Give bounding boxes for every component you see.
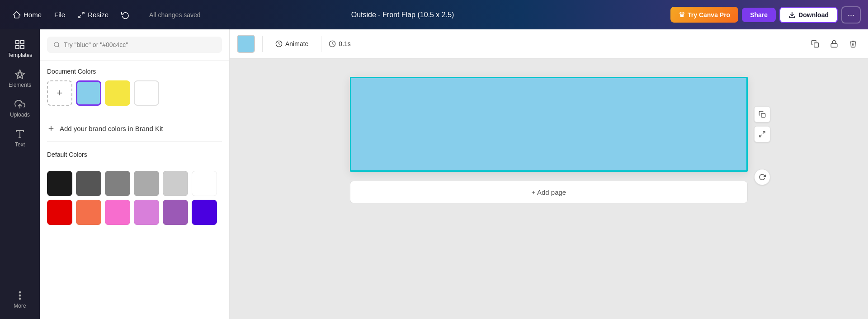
def-swatch-lavender[interactable] — [134, 200, 159, 225]
download-icon — [788, 11, 796, 19]
file-button[interactable]: File — [49, 7, 71, 22]
def-swatch-pink[interactable] — [105, 200, 130, 225]
document-colors-grid: + — [47, 80, 222, 106]
sidebar-item-templates[interactable]: Templates — [3, 35, 37, 63]
svg-rect-4 — [21, 41, 24, 44]
more-options-button[interactable]: ··· — [841, 6, 861, 23]
def-swatch-deeppurple[interactable] — [192, 200, 217, 225]
canvas-area: Animate 0.1s — [230, 29, 868, 319]
document-colors-section: Document Colors + — [40, 61, 229, 113]
topnav-center: Outside - Front Flap (10.5 x 2.5) — [138, 11, 667, 19]
def-swatch-darkgray[interactable] — [76, 171, 101, 196]
def-swatch-black[interactable] — [47, 171, 72, 196]
file-label: File — [54, 11, 65, 19]
svg-line-1 — [79, 15, 81, 18]
svg-marker-8 — [15, 70, 24, 79]
time-value: 0.1s — [339, 40, 350, 47]
topnav-left: Home File Resize All changes saved — [7, 7, 135, 23]
more-icon — [14, 290, 25, 301]
try-pro-button[interactable]: ♛ Try Canva Pro — [670, 7, 738, 23]
elements-icon — [14, 69, 25, 80]
canvas-scroll[interactable]: + Add page — [230, 59, 868, 319]
text-label: Text — [15, 141, 25, 148]
timer-icon — [329, 40, 336, 47]
plus-icon — [47, 124, 55, 132]
templates-label: Templates — [8, 52, 33, 58]
panel-search — [40, 29, 229, 61]
topnav-right: ♛ Try Canva Pro Share Download ··· — [670, 6, 861, 23]
search-box[interactable] — [47, 37, 222, 53]
def-swatch-white[interactable] — [192, 171, 217, 196]
download-button[interactable]: Download — [779, 7, 838, 23]
svg-point-12 — [19, 292, 21, 293]
refresh-canvas-button[interactable] — [754, 169, 770, 185]
svg-rect-21 — [814, 43, 819, 47]
svg-line-0 — [82, 12, 85, 14]
selected-color-preview[interactable] — [237, 35, 255, 53]
def-swatch-red[interactable] — [47, 200, 72, 225]
refresh-icon — [759, 174, 766, 181]
def-swatch-purple[interactable] — [163, 200, 188, 225]
svg-rect-23 — [761, 113, 765, 117]
uploads-icon — [14, 99, 25, 110]
undo-icon — [121, 11, 129, 19]
add-color-button[interactable]: + — [47, 80, 72, 106]
def-swatch-medgray[interactable] — [134, 171, 159, 196]
expand-icon — [759, 131, 766, 138]
duplicate-canvas-button[interactable] — [754, 106, 770, 122]
canvas-page-wrapper — [350, 77, 748, 172]
def-swatch-lightgray[interactable] — [163, 171, 188, 196]
default-colors-title: Default Colors — [47, 151, 222, 158]
animate-label: Animate — [285, 40, 308, 47]
svg-rect-3 — [16, 41, 19, 44]
duplicate-icon — [759, 111, 766, 118]
def-swatch-gray[interactable] — [105, 171, 130, 196]
svg-line-16 — [58, 46, 59, 47]
sidebar-item-text[interactable]: Text — [3, 124, 37, 152]
secondary-toolbar: Animate 0.1s — [230, 29, 868, 59]
animate-button[interactable]: Animate — [270, 37, 314, 51]
color-swatch-white[interactable] — [134, 80, 159, 106]
share-button[interactable]: Share — [742, 8, 776, 22]
sidebar-item-uploads[interactable]: Uploads — [3, 94, 37, 122]
uploads-label: Uploads — [10, 112, 30, 118]
expand-canvas-button[interactable] — [754, 126, 770, 142]
copy-style-button[interactable] — [807, 36, 823, 52]
svg-line-25 — [760, 135, 762, 137]
default-colors-section: Default Colors — [40, 144, 229, 171]
time-display: 0.1s — [329, 40, 350, 47]
color-swatch-blue[interactable] — [76, 80, 101, 106]
sidebar-item-elements[interactable]: Elements — [3, 65, 37, 93]
svg-rect-6 — [21, 46, 24, 49]
toolbar-divider-1 — [262, 36, 263, 52]
lock-button[interactable] — [826, 36, 842, 52]
more-dots-icon: ··· — [848, 10, 854, 19]
canvas-content: + Add page — [350, 77, 748, 301]
svg-rect-5 — [16, 46, 19, 49]
home-button[interactable]: Home — [7, 7, 47, 23]
refresh-tool-wrapper — [754, 169, 770, 185]
add-page-label: + Add page — [532, 188, 566, 196]
color-search-input[interactable] — [64, 41, 216, 48]
undo-button[interactable] — [116, 7, 135, 23]
more-label: More — [14, 303, 26, 309]
search-icon — [53, 41, 60, 48]
svg-point-7 — [18, 73, 22, 76]
delete-button[interactable] — [845, 36, 861, 52]
resize-button[interactable]: Resize — [72, 7, 114, 22]
copy-style-icon — [811, 40, 819, 48]
home-icon — [13, 11, 21, 19]
color-swatch-yellow[interactable] — [105, 80, 130, 106]
autosave-text: All changes saved — [149, 11, 201, 19]
svg-line-24 — [763, 131, 765, 134]
brand-kit-row[interactable]: Add your brand colors in Brand Kit — [40, 117, 229, 140]
def-swatch-salmon[interactable] — [76, 200, 101, 225]
document-colors-title: Document Colors — [47, 68, 222, 75]
page-canvas[interactable] — [350, 77, 748, 172]
sidebar-item-more[interactable]: More — [3, 286, 37, 314]
lock-icon — [830, 40, 838, 48]
add-page-button[interactable]: + Add page — [350, 181, 748, 203]
text-icon — [14, 129, 25, 140]
divider-2 — [47, 141, 222, 142]
doc-title: Outside - Front Flap (10.5 x 2.5) — [351, 11, 454, 19]
